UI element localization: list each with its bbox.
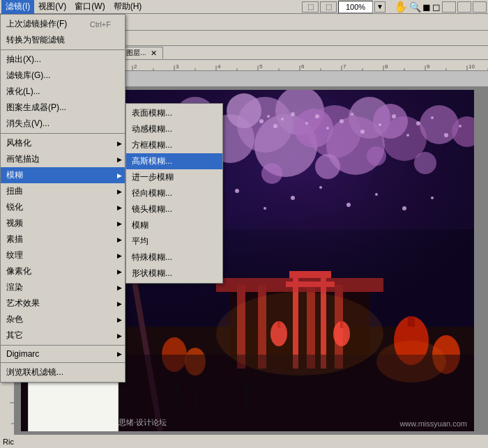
svg-text:7: 7 (343, 63, 346, 70)
svg-text:5: 5 (259, 63, 263, 70)
filter-last-op[interactable]: 上次滤镜操作(F) Ctrl+F (1, 16, 125, 32)
filter-digimarc[interactable]: Digimarc (1, 347, 125, 361)
tool-hand[interactable]: ✋ (394, 0, 408, 13)
svg-text:10: 10 (468, 63, 475, 70)
filter-browse-online[interactable]: 浏览联机滤镜... (1, 364, 125, 380)
menu-sep-3 (1, 345, 125, 346)
menu-window[interactable]: 窗口(W) (70, 0, 109, 14)
filter-brushstroke[interactable]: 画笔描边 (1, 151, 125, 167)
blur-average[interactable]: 平均 (126, 233, 222, 249)
blur-submenu: 表面模糊... 动感模糊... 方框模糊... 高斯模糊... 进一步模糊 径向… (125, 103, 223, 284)
blur-lens[interactable]: 镜头模糊... (126, 201, 222, 217)
status-bar: Ric (0, 434, 488, 448)
blur-simple[interactable]: 模糊 (126, 217, 222, 233)
filter-blur[interactable]: 模糊 (1, 167, 125, 183)
filter-stylize[interactable]: 风格化 (1, 135, 125, 151)
blur-motion[interactable]: 动感模糊... (126, 121, 222, 137)
filter-sketch[interactable]: 素描 (1, 231, 125, 247)
filter-gallery[interactable]: 滤镜库(G)... (1, 68, 125, 84)
status-doc-info: Ric (3, 438, 14, 446)
blur-further[interactable]: 进一步模糊 (126, 169, 222, 185)
toolbar-icon-2[interactable]: ⬚ (320, 1, 337, 13)
menu-sep-2 (1, 133, 125, 134)
filter-other[interactable]: 其它 (1, 327, 125, 343)
watermark: www.missyuan.com (399, 419, 467, 428)
blur-radial[interactable]: 径向模糊... (126, 185, 222, 201)
zoom-dropdown[interactable]: ▼ (374, 1, 386, 13)
filter-distort[interactable]: 扭曲 (1, 183, 125, 199)
toolbar-icon-1[interactable]: ⬚ (302, 1, 319, 13)
menu-bar: 滤镜(I) 视图(V) 窗口(W) 帮助(H) ⬚ ⬚ 100% ▼ ✋ 🔍 ◼… (0, 0, 488, 14)
menu-help[interactable]: 帮助(H) (109, 0, 146, 14)
menu-sep-1 (1, 49, 125, 50)
filter-noise[interactable]: 杂色 (1, 311, 125, 327)
svg-text:9: 9 (427, 63, 430, 70)
svg-text:6: 6 (301, 63, 305, 70)
blur-gaussian[interactable]: 高斯模糊... (126, 153, 222, 169)
svg-text:4: 4 (218, 63, 221, 70)
filter-video[interactable]: 视频 (1, 215, 125, 231)
filter-extract[interactable]: 抽出(X)... (1, 52, 125, 68)
button-2[interactable] (457, 1, 471, 13)
svg-text:8: 8 (385, 63, 388, 70)
blur-shape[interactable]: 形状模糊... (126, 265, 222, 281)
filter-sharpen[interactable]: 锐化 (1, 199, 125, 215)
tool-color2[interactable]: ◻ (432, 1, 441, 13)
filter-texture[interactable]: 纹理 (1, 247, 125, 263)
filter-art[interactable]: 艺术效果 (1, 295, 125, 311)
filter-pixelate[interactable]: 像素化 (1, 263, 125, 279)
button-3[interactable] (473, 1, 487, 13)
filter-dropdown: 上次滤镜操作(F) Ctrl+F 转换为智能滤镜 抽出(X)... 滤镜库(G)… (0, 14, 125, 383)
filter-smart[interactable]: 转换为智能滤镜 (1, 32, 125, 48)
tool-zoom[interactable]: 🔍 (409, 1, 421, 13)
blur-special[interactable]: 特殊模糊... (126, 249, 222, 265)
menu-filter[interactable]: 滤镜(I) (1, 0, 34, 14)
filter-vanish[interactable]: 消失点(V)... (1, 116, 125, 132)
svg-text:3: 3 (176, 63, 179, 70)
tool-color1[interactable]: ◼ (422, 1, 431, 13)
tab-close[interactable]: ✕ (151, 49, 157, 58)
svg-text:2: 2 (134, 63, 137, 70)
blur-surface[interactable]: 表面模糊... (126, 105, 222, 121)
menu-sep-4 (1, 362, 125, 363)
filter-pattern[interactable]: 图案生成器(P)... (1, 100, 125, 116)
blur-box[interactable]: 方框模糊... (126, 137, 222, 153)
zoom-display: 100% (338, 1, 373, 13)
filter-render[interactable]: 渲染 (1, 279, 125, 295)
filter-liquefy[interactable]: 液化(L)... (1, 84, 125, 100)
menu-view[interactable]: 视图(V) (34, 0, 70, 14)
button-1[interactable] (442, 1, 456, 13)
forum-label: 思绪·设计论坛 (119, 417, 167, 428)
